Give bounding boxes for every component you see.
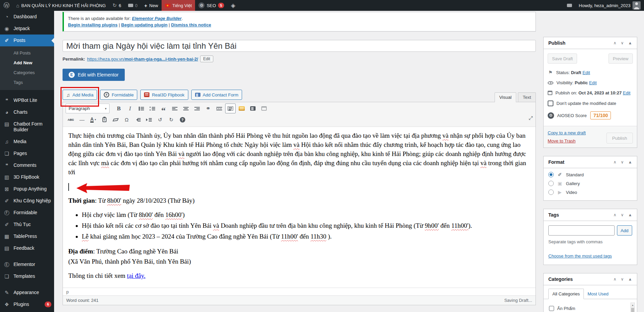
edit-with-elementor-button[interactable]: E Edit with Elementor [63,69,125,81]
collapse-icon[interactable]: ▲ [628,41,632,45]
move-down-icon[interactable]: ∨ [621,213,624,217]
tab-text[interactable]: Text [518,92,536,102]
dont-update-modified-date-checkbox[interactable] [548,101,553,106]
add-tag-button[interactable]: Add [617,225,632,236]
submenu-item-categories[interactable]: Categories [0,68,54,77]
publish-button[interactable]: Publish [606,133,633,143]
collapse-icon[interactable]: ▲ [628,213,632,217]
sidebar-item-posts[interactable]: ✐Posts [0,35,54,46]
scrollbar-thumb[interactable] [631,308,634,312]
copy-to-new-draft-link[interactable]: Copy to a new draft [548,130,586,135]
format-option-gallery[interactable]: ▣Gallery [548,181,632,186]
sidebar-item-popup-anything[interactable]: ⊠Popup Anything [0,183,54,195]
comments-menu[interactable]: 0 [125,0,141,11]
format-option-video[interactable]: ▶Video [548,190,632,195]
sidebar-item-formidable[interactable]: ⒻFormidable [0,207,54,219]
align-right-button[interactable] [192,104,202,113]
clear-formatting-button[interactable] [110,115,121,125]
format-panel-header[interactable]: Format ∧ ∨ ▲ [544,156,637,168]
sidebar-item-tablepress[interactable]: ▦TablePress [0,230,54,242]
fullscreen-icon[interactable]: ⤢ [529,115,532,121]
edit-permalink-button[interactable]: Edit [200,55,213,62]
edit-visibility-link[interactable]: Edit [589,80,597,85]
tab-all-categories[interactable]: All Categories [548,289,584,299]
new-tag-input[interactable] [548,225,615,236]
sidebar-item-charts[interactable]: ◕Charts [0,106,54,118]
content-link[interactable]: tại đây. [127,272,146,279]
wordpress-logo-menu[interactable]: Ⓦ [0,0,13,11]
format-option-standard[interactable]: ✐Standard [548,172,632,177]
begin-updating-plugin-link[interactable]: Begin updating plugin [121,22,167,27]
align-center-button[interactable] [181,104,191,113]
add-contact-form-button[interactable]: Add Contact Form [191,90,242,100]
theme-menu[interactable]: ◈ [228,0,239,11]
radio-button[interactable] [548,181,554,186]
seo-menu[interactable]: ⚙ SEO 5 [195,0,228,11]
strikethrough-button[interactable]: ABC [66,115,76,125]
paragraph-format-select[interactable]: Paragraph ▾ [66,104,110,113]
dismiss-notice-link[interactable]: Dismiss this notice [171,22,211,27]
horizontal-rule-button[interactable]: — [77,115,87,125]
sidebar-item-media[interactable]: ♫Media [0,136,54,148]
language-switcher[interactable]: ★ Tiếng Việt [162,0,195,11]
undo-button[interactable]: ↺ [155,115,165,125]
new-content-menu[interactable]: + New [141,0,162,11]
category-item[interactable]: Ấn Phẩm [549,305,631,312]
bullet-list-button[interactable] [136,104,146,113]
elementor-update-link[interactable]: Elementor Page Builder [132,16,182,21]
edit-status-link[interactable]: Edit [582,70,590,75]
sidebar-item-thu-tuc[interactable]: ✐Thủ Tục [0,219,54,230]
move-down-icon[interactable]: ∨ [621,41,624,45]
tab-most-used[interactable]: Most Used [584,289,612,299]
sidebar-item-pages[interactable]: ❏Pages [0,148,54,159]
sidebar-item-feedback[interactable]: ▤Feedback [0,242,54,254]
special-character-button[interactable]: Ω [121,115,132,125]
move-up-icon[interactable]: ∧ [614,277,617,282]
radio-button[interactable] [548,190,554,195]
scroll-up-arrow-icon[interactable]: ▲ [631,303,635,307]
align-left-button[interactable] [169,104,180,113]
read-more-button[interactable] [214,104,224,113]
admin-bar-notes[interactable] [564,4,575,7]
tags-panel-header[interactable]: Tags ∧ ∨ ▲ [544,209,637,221]
help-button[interactable]: ? [177,115,188,125]
submenu-item-all-posts[interactable]: All Posts [0,48,54,58]
sidebar-item-appearance[interactable]: ✎Appearance [0,287,54,298]
edit-schedule-link[interactable]: Edit [623,90,630,95]
indent-button[interactable] [144,115,154,125]
permalink-url[interactable]: https://heza.gov.vn/moi-tham-gia-nga...i… [87,57,198,62]
category-checkbox[interactable] [549,306,554,311]
collapse-icon[interactable]: ▲ [628,277,632,282]
sidebar-item-templates[interactable]: ❏Templates [0,270,54,282]
aioseo-score-badge[interactable]: 71/100 [590,111,611,119]
publish-panel-header[interactable]: Publish ∧ ∨ ▲ [544,37,637,49]
calendar-insert-button[interactable] [259,104,269,113]
move-down-icon[interactable]: ∨ [621,160,624,164]
choose-most-used-tags-link[interactable]: Choose from the most used tags [548,253,612,259]
element-path[interactable]: p [66,289,69,294]
numbered-list-button[interactable] [147,104,158,113]
radio-button[interactable] [548,172,554,177]
paste-as-text-button[interactable] [99,115,110,125]
sidebar-item-dashboard[interactable]: ◔Dashboard [0,11,54,23]
sidebar-item-3d-flipbook[interactable]: ▥3D FlipBook [0,171,54,183]
toolbar-toggle-button[interactable] [225,104,236,113]
sidebar-item-khu-cong-nghiep[interactable]: ✐Khu Công Nghiệp [0,195,54,207]
preview-button[interactable]: Preview [609,53,633,64]
post-title-input[interactable] [63,40,536,52]
italic-button[interactable]: I [125,104,135,113]
form-shortcode-button[interactable] [247,104,258,113]
sidebar-item-wpbot-lite[interactable]: ❝WPBot Lite [0,94,54,106]
sidebar-item-chatbot-form-builder[interactable]: ▤Chatbot Form Builder [0,118,54,136]
my-account-menu[interactable]: Howdy, heza_admin_2023 [575,1,644,9]
sidebar-item-jetpack[interactable]: ◉Jetpack [0,23,54,35]
site-name-link[interactable]: ⌂ BAN QUẢN LÝ KHU KINH TẾ HẢI PHÒNG [13,0,109,11]
blockquote-button[interactable]: “ [158,104,169,113]
real3d-flipbook-button[interactable]: Real3D Flipbook [140,90,188,100]
tab-visual[interactable]: Visual [495,92,517,102]
redo-button[interactable]: ↻ [166,115,176,125]
insert-link-button[interactable]: ⚭ [203,104,213,113]
move-to-trash-link[interactable]: Move to Trash [548,138,586,143]
categories-panel-header[interactable]: Categories ∧ ∨ ▲ [544,273,637,285]
submenu-item-tags[interactable]: Tags [0,77,54,87]
